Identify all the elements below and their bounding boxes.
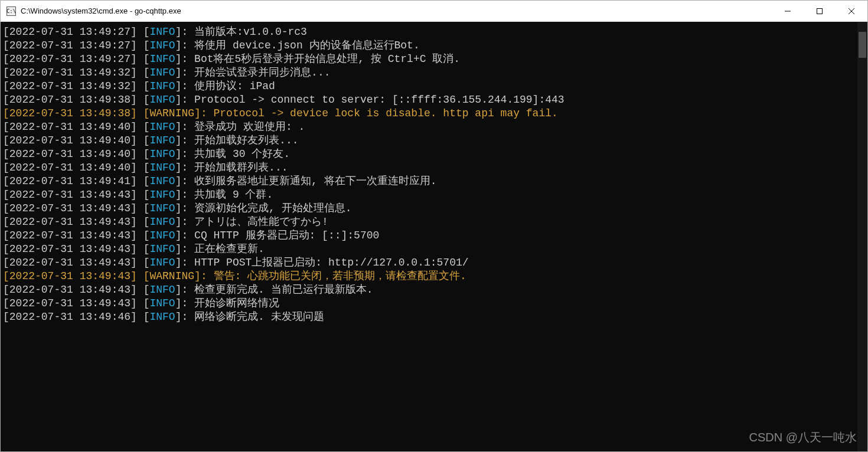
log-timestamp: 2022-07-31 13:49:40: [9, 148, 130, 160]
log-line: [2022-07-31 13:49:40] [INFO]: 开始加载好友列表..…: [3, 134, 855, 148]
log-level: INFO: [149, 243, 175, 255]
log-message: アトリは、高性能ですから!: [194, 216, 328, 228]
log-line: [2022-07-31 13:49:41] [INFO]: 收到服务器地址更新通…: [3, 175, 855, 188]
log-message: 开始诊断网络情况: [194, 297, 279, 309]
log-level: INFO: [149, 53, 175, 65]
log-line: [2022-07-31 13:49:27] [INFO]: Bot将在5秒后登录…: [3, 53, 855, 66]
svg-rect-1: [817, 8, 823, 14]
log-level: INFO: [149, 162, 175, 173]
log-message: HTTP POST上报器已启动: http://127.0.0.1:5701/: [194, 257, 468, 268]
log-timestamp: 2022-07-31 13:49:43: [9, 257, 130, 268]
log-line: [2022-07-31 13:49:32] [INFO]: 开始尝试登录并同步消…: [3, 66, 855, 80]
log-timestamp: 2022-07-31 13:49:43: [9, 284, 130, 296]
console-area: [2022-07-31 13:49:27] [INFO]: 当前版本:v1.0.…: [1, 22, 867, 451]
log-timestamp: 2022-07-31 13:49:40: [9, 162, 130, 173]
log-message: Protocol -> connect to server: [::ffff:3…: [194, 94, 564, 106]
minimize-icon: [784, 8, 791, 15]
window-controls: [772, 1, 867, 21]
log-timestamp: 2022-07-31 13:49:40: [9, 121, 130, 133]
cmd-window: C:\ C:\Windows\system32\cmd.exe - go-cqh…: [0, 0, 868, 452]
log-timestamp: 2022-07-31 13:49:43: [9, 297, 130, 309]
log-level: INFO: [149, 26, 175, 38]
console-output[interactable]: [2022-07-31 13:49:27] [INFO]: 当前版本:v1.0.…: [1, 22, 857, 451]
log-level: INFO: [149, 311, 175, 323]
log-line: [2022-07-31 13:49:40] [INFO]: 登录成功 欢迎使用:…: [3, 120, 855, 134]
log-level: INFO: [149, 94, 175, 106]
cmd-icon: C:\: [6, 6, 16, 16]
log-message: 使用协议: iPad: [194, 80, 275, 92]
log-message: 警告: 心跳功能已关闭，若非预期，请检查配置文件.: [214, 270, 466, 282]
log-line: [2022-07-31 13:49:43] [INFO]: 检查更新完成. 当前…: [3, 283, 855, 297]
log-message: Protocol -> device lock is disable. http…: [214, 107, 558, 119]
titlebar[interactable]: C:\ C:\Windows\system32\cmd.exe - go-cqh…: [1, 1, 867, 22]
log-timestamp: 2022-07-31 13:49:43: [9, 189, 130, 201]
close-button[interactable]: [836, 1, 867, 21]
close-icon: [848, 8, 855, 15]
log-line: [2022-07-31 13:49:43] [INFO]: アトリは、高性能です…: [3, 215, 855, 229]
log-message: 网络诊断完成. 未发现问题: [194, 311, 324, 323]
log-message: CQ HTTP 服务器已启动: [::]:5700: [194, 230, 379, 241]
log-line: [2022-07-31 13:49:43] [INFO]: 资源初始化完成, 开…: [3, 202, 855, 215]
log-timestamp: 2022-07-31 13:49:43: [9, 216, 130, 228]
log-message: 登录成功 欢迎使用: .: [194, 121, 305, 133]
log-level: INFO: [149, 175, 175, 187]
maximize-icon: [816, 8, 823, 15]
log-message: 共加载 9 个群.: [194, 189, 273, 201]
log-level: INFO: [149, 216, 175, 228]
log-line: [2022-07-31 13:49:38] [WARNING]: Protoco…: [3, 107, 855, 120]
log-line: [2022-07-31 13:49:40] [INFO]: 开始加载群列表...: [3, 161, 855, 175]
log-level: INFO: [149, 297, 175, 309]
log-timestamp: 2022-07-31 13:49:27: [9, 53, 130, 65]
log-line: [2022-07-31 13:49:46] [INFO]: 网络诊断完成. 未发…: [3, 310, 855, 324]
log-timestamp: 2022-07-31 13:49:40: [9, 135, 130, 146]
log-timestamp: 2022-07-31 13:49:43: [9, 270, 130, 282]
log-message: 开始加载群列表...: [194, 162, 288, 173]
log-line: [2022-07-31 13:49:27] [INFO]: 当前版本:v1.0.…: [3, 25, 855, 39]
log-level: INFO: [149, 40, 175, 51]
log-message: 将使用 device.json 内的设备信息运行Bot.: [194, 40, 420, 51]
log-level: INFO: [149, 230, 175, 241]
log-line: [2022-07-31 13:49:43] [INFO]: CQ HTTP 服务…: [3, 229, 855, 243]
log-line: [2022-07-31 13:49:43] [INFO]: 开始诊断网络情况: [3, 297, 855, 310]
maximize-button[interactable]: [804, 1, 836, 21]
log-message: 共加载 30 个好友.: [194, 148, 290, 160]
log-timestamp: 2022-07-31 13:49:43: [9, 230, 130, 241]
log-level: WARNING: [149, 107, 194, 119]
log-message: Bot将在5秒后登录并开始信息处理, 按 Ctrl+C 取消.: [194, 53, 460, 65]
log-timestamp: 2022-07-31 13:49:43: [9, 243, 130, 255]
log-timestamp: 2022-07-31 13:49:32: [9, 67, 130, 78]
log-timestamp: 2022-07-31 13:49:38: [9, 107, 130, 119]
log-timestamp: 2022-07-31 13:49:43: [9, 202, 130, 214]
log-level: INFO: [149, 121, 175, 133]
log-level: WARNING: [149, 270, 194, 282]
log-level: INFO: [149, 202, 175, 214]
log-line: [2022-07-31 13:49:38] [INFO]: Protocol -…: [3, 93, 855, 107]
log-level: INFO: [149, 148, 175, 160]
window-title: C:\Windows\system32\cmd.exe - go-cqhttp.…: [21, 6, 772, 15]
log-line: [2022-07-31 13:49:40] [INFO]: 共加载 30 个好友…: [3, 148, 855, 161]
log-message: 开始加载好友列表...: [194, 135, 298, 146]
log-line: [2022-07-31 13:49:27] [INFO]: 将使用 device…: [3, 39, 855, 53]
log-timestamp: 2022-07-31 13:49:46: [9, 311, 130, 323]
log-line: [2022-07-31 13:49:43] [WARNING]: 警告: 心跳功…: [3, 270, 855, 283]
log-message: 正在检查更新.: [194, 243, 265, 255]
log-message: 收到服务器地址更新通知, 将在下一次重连时应用.: [194, 175, 436, 187]
log-line: [2022-07-31 13:49:43] [INFO]: HTTP POST上…: [3, 256, 855, 270]
log-level: INFO: [149, 135, 175, 146]
log-level: INFO: [149, 284, 175, 296]
log-level: INFO: [149, 67, 175, 78]
scrollbar[interactable]: [857, 22, 867, 451]
log-level: INFO: [149, 257, 175, 268]
log-line: [2022-07-31 13:49:43] [INFO]: 共加载 9 个群.: [3, 188, 855, 202]
log-message: 检查更新完成. 当前已运行最新版本.: [194, 284, 373, 296]
log-message: 资源初始化完成, 开始处理信息.: [194, 202, 351, 214]
log-timestamp: 2022-07-31 13:49:41: [9, 175, 130, 187]
log-timestamp: 2022-07-31 13:49:38: [9, 94, 130, 106]
scrollbar-thumb[interactable]: [859, 32, 866, 58]
log-line: [2022-07-31 13:49:32] [INFO]: 使用协议: iPad: [3, 80, 855, 93]
log-line: [2022-07-31 13:49:43] [INFO]: 正在检查更新.: [3, 243, 855, 256]
log-timestamp: 2022-07-31 13:49:27: [9, 40, 130, 51]
log-message: 当前版本:v1.0.0-rc3: [194, 26, 307, 38]
minimize-button[interactable]: [772, 1, 804, 21]
log-level: INFO: [149, 80, 175, 92]
